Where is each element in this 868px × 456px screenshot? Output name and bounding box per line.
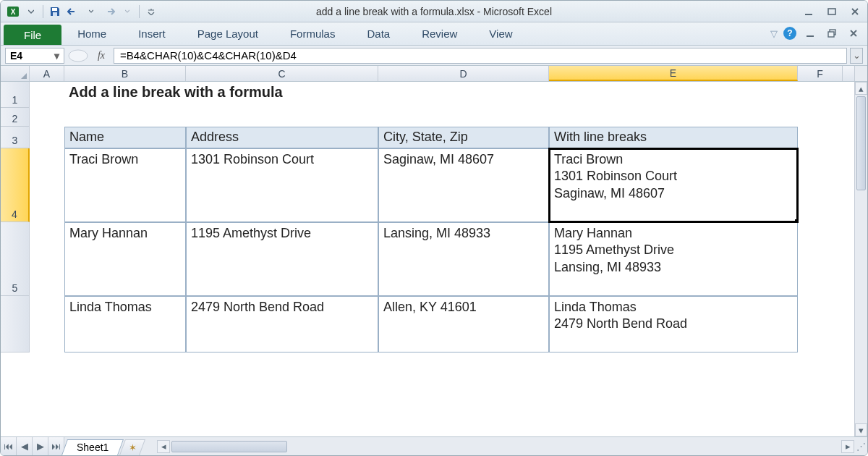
scroll-down-button[interactable]: ▾ (855, 423, 867, 436)
formula-input[interactable]: =B4&CHAR(10)&C4&CHAR(10)&D4 (114, 48, 847, 64)
row-header-[interactable] (1, 296, 30, 352)
minimize-button[interactable] (801, 4, 817, 20)
workbook-close-button[interactable] (846, 25, 861, 41)
cell-blank[interactable] (64, 108, 186, 127)
column-header-B[interactable]: B (64, 66, 186, 81)
table-cell[interactable]: 1301 Robinson Court (186, 148, 378, 222)
tab-home[interactable]: Home (61, 22, 122, 45)
cell-A1[interactable] (30, 82, 64, 108)
cell-blank[interactable] (186, 108, 378, 127)
scroll-up-button[interactable]: ▴ (855, 82, 867, 95)
cell-A[interactable] (30, 296, 64, 352)
name-box-dropdown-icon[interactable]: ▾ (51, 51, 61, 61)
table-cell[interactable]: Lansing, MI 48933 (378, 222, 549, 296)
cell-F[interactable] (798, 296, 843, 352)
cell-A5[interactable] (30, 222, 64, 296)
resize-grip-icon[interactable]: ⋰ (854, 437, 867, 455)
table-cell[interactable]: Mary Hannan 1195 Amethyst Drive Lansing,… (549, 222, 798, 296)
redo-dropdown-icon[interactable] (119, 4, 135, 20)
tab-insert[interactable]: Insert (122, 22, 182, 45)
sheet-tab-sheet1[interactable]: Sheet1 (61, 439, 124, 455)
grid-rows[interactable]: 1Add a line break with a formula23NameAd… (1, 82, 867, 436)
row-header-4[interactable]: 4 (1, 148, 30, 222)
table-cell[interactable]: 2479 North Bend Road (186, 296, 378, 352)
svg-rect-3 (53, 12, 57, 16)
table-cell[interactable]: 1195 Amethyst Drive (186, 222, 378, 296)
table-cell[interactable]: Traci Brown (64, 148, 186, 222)
column-header-A[interactable]: A (30, 66, 64, 81)
scroll-left-button[interactable]: ◂ (157, 440, 170, 453)
select-all-corner[interactable] (1, 66, 30, 81)
vertical-scroll-thumb[interactable] (856, 96, 866, 190)
svg-point-9 (69, 50, 88, 62)
qat-dropdown-icon[interactable] (23, 4, 39, 20)
tab-view[interactable]: View (473, 22, 528, 45)
prev-sheet-button[interactable]: ◀ (17, 437, 33, 455)
cell-F3[interactable] (798, 127, 843, 148)
window-controls (801, 4, 863, 20)
insert-function-button[interactable]: fx (92, 48, 111, 64)
excel-icon[interactable]: X (5, 4, 21, 20)
formula-bar: E4 ▾ fx =B4&CHAR(10)&C4&CHAR(10)&D4 ⌄ (1, 46, 867, 66)
undo-dropdown-icon[interactable] (83, 4, 99, 20)
vertical-scrollbar[interactable]: ▴ ▾ (854, 82, 867, 436)
horizontal-scroll-thumb[interactable] (171, 441, 287, 452)
new-sheet-button[interactable]: ✶ (119, 439, 145, 455)
help-icon[interactable]: ? (783, 27, 796, 40)
workbook-minimize-button[interactable] (802, 25, 818, 41)
workbook-restore-button[interactable] (824, 25, 840, 41)
table-cell[interactable]: Linda Thomas 2479 North Bend Road (549, 296, 798, 352)
table-header: Address (186, 127, 378, 148)
svg-rect-8 (828, 32, 834, 37)
maximize-button[interactable] (824, 4, 840, 20)
table-cell[interactable]: Linda Thomas (64, 296, 186, 352)
ribbon: File Home Insert Page Layout Formulas Da… (1, 22, 867, 46)
svg-text:X: X (11, 8, 16, 16)
namebox-handle-icon (67, 48, 89, 63)
cell-A4[interactable] (30, 148, 64, 222)
page-title: Add a line break with a formula (64, 82, 843, 108)
table-cell[interactable]: Mary Hannan (64, 222, 186, 296)
close-button[interactable] (847, 4, 863, 20)
svg-rect-6 (807, 35, 814, 37)
name-box[interactable]: E4 ▾ (5, 48, 64, 64)
cell-blank[interactable] (798, 108, 843, 127)
cell-A3[interactable] (30, 127, 64, 148)
next-sheet-button[interactable]: ▶ (33, 437, 48, 455)
customize-qat-icon[interactable] (143, 4, 159, 20)
tab-review[interactable]: Review (406, 22, 473, 45)
scroll-right-button[interactable]: ▸ (841, 440, 854, 453)
cell-F5[interactable] (798, 222, 843, 296)
cell-F4[interactable] (798, 148, 843, 222)
save-icon[interactable] (47, 4, 63, 20)
tab-page-layout[interactable]: Page Layout (182, 22, 274, 45)
row-header-1[interactable]: 1 (1, 82, 30, 108)
first-sheet-button[interactable]: ⏮ (1, 437, 17, 455)
cell-blank[interactable] (378, 108, 549, 127)
undo-icon[interactable] (65, 4, 81, 20)
tab-formulas[interactable]: Formulas (274, 22, 352, 45)
row-header-5[interactable]: 5 (1, 222, 30, 296)
file-tab[interactable]: File (4, 25, 61, 45)
table-cell[interactable]: Traci Brown 1301 Robinson Court Saginaw,… (549, 148, 798, 222)
quick-access-toolbar: X (5, 4, 159, 20)
horizontal-scrollbar[interactable]: ◂ ▸ (157, 437, 854, 455)
table-cell[interactable]: Saginaw, MI 48607 (378, 148, 549, 222)
row-header-2[interactable]: 2 (1, 108, 30, 127)
column-header-C[interactable]: C (186, 66, 378, 81)
sheet-tab-bar: ⏮ ◀ ▶ ⏭ Sheet1 ✶ ◂ ▸ ⋰ (1, 436, 867, 455)
col-header-edge (854, 66, 867, 81)
ribbon-minimize-icon[interactable]: ▽ (770, 28, 778, 39)
column-header-F[interactable]: F (798, 66, 843, 81)
redo-icon[interactable] (101, 4, 117, 20)
cell-blank[interactable] (549, 108, 798, 127)
title-bar: X add a line break with a formula.xlsx -… (1, 1, 867, 22)
table-header: City, State, Zip (378, 127, 549, 148)
column-header-D[interactable]: D (378, 66, 549, 81)
column-header-E[interactable]: E (549, 66, 798, 81)
row-header-3[interactable]: 3 (1, 127, 30, 148)
cell-blank[interactable] (30, 108, 64, 127)
tab-data[interactable]: Data (351, 22, 406, 45)
expand-formula-bar-button[interactable]: ⌄ (850, 48, 863, 64)
table-cell[interactable]: Allen, KY 41601 (378, 296, 549, 352)
